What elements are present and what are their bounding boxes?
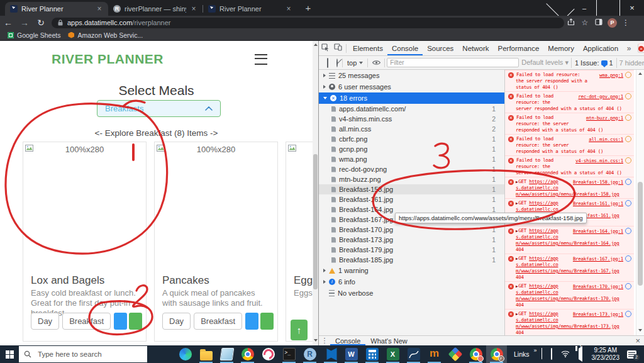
console-file-row[interactable]: Breakfast-170.jpg 1 [319, 225, 504, 235]
expander-icon[interactable]: ▶ [516, 256, 518, 260]
console-file-row[interactable]: Breakfast-179.jpg 1 [319, 245, 504, 255]
glass-app-icon[interactable] [216, 345, 237, 363]
expander-icon[interactable]: ▶ [516, 179, 518, 184]
scrollbar-thumb[interactable] [313, 154, 318, 289]
console-error-entry[interactable]: Breakfast-158.jpg:1 ▶GET https://app s.d… [505, 177, 634, 198]
source-link[interactable]: Breakfast-173.jpg:1 [573, 311, 623, 317]
error-count-badge[interactable]: 18 [638, 43, 644, 53]
forward-button[interactable]: → [16, 18, 33, 28]
rstudio-icon[interactable] [299, 345, 320, 363]
console-file-row[interactable]: Breakfast-158.jpg 1 [319, 184, 504, 194]
volume-icon[interactable] [579, 349, 582, 360]
page-scrollbar[interactable] [313, 41, 318, 345]
devtools-tab[interactable]: Performance [494, 41, 544, 55]
drawer-menu-icon[interactable]: ⋮ [319, 337, 330, 345]
browser-tab-rstudio[interactable]: riverPlanner — shiny-server - RSt × [108, 2, 203, 16]
issue-icon[interactable] [625, 228, 631, 234]
console-file-row[interactable]: mtn-buzz.png 1 [319, 174, 504, 184]
tab-close-icon[interactable]: × [285, 5, 292, 13]
console-file-row[interactable]: v4-shims.min.css 2 [319, 114, 504, 124]
source-link[interactable]: mtn-buzz.png:1 [586, 115, 623, 121]
log-levels-selector[interactable]: Default levels ▾ [519, 59, 571, 67]
devtools-tab[interactable]: Sources [423, 41, 458, 55]
day-button[interactable]: Day [162, 313, 191, 330]
links-toolbar[interactable]: Links [514, 350, 537, 358]
issue-icon[interactable] [625, 157, 631, 164]
console-error-entry[interactable]: all.min.css:1 Failed to load resource: t… [505, 134, 634, 155]
touch-keyboard-icon[interactable] [551, 349, 552, 360]
issues-link[interactable]: 1 Issue: 1 [571, 58, 617, 68]
add-meal-button[interactable] [114, 313, 127, 330]
expander-icon[interactable]: ▶ [516, 201, 518, 205]
paint-app-icon[interactable] [258, 345, 279, 363]
reload-button[interactable]: ↻ [33, 18, 49, 28]
terminal-icon[interactable] [279, 345, 299, 363]
calculator-icon[interactable] [362, 345, 382, 363]
bookmark-star-icon[interactable]: ☆ [578, 18, 592, 27]
wifi-icon[interactable] [561, 349, 570, 360]
console-file-row[interactable]: cbrfc.png 1 [319, 134, 504, 144]
scrollbar-up-arrow[interactable] [314, 43, 318, 46]
console-file-row[interactable]: apps.datatimellc.com/ 1 [319, 104, 504, 114]
console-error-entry[interactable]: Breakfast-164.jpg:1 ▶GET https://app s.d… [505, 226, 634, 254]
close-window-button[interactable]: × [620, 0, 644, 16]
pinwheel-app-icon[interactable] [445, 345, 465, 363]
console-file-row[interactable]: Breakfast-185.jpg 1 [319, 255, 504, 265]
source-link[interactable]: Breakfast-161.jpg:1 [573, 201, 623, 206]
chrome-icon[interactable] [237, 345, 258, 363]
maximize-button[interactable] [596, 0, 620, 16]
scrollbar-down-arrow[interactable] [638, 329, 642, 332]
console-error-entry[interactable]: mtn-buzz.png:1 Failed to load resource: … [505, 113, 634, 134]
add-meal-button[interactable] [245, 313, 258, 330]
profile-avatar[interactable]: P [608, 18, 617, 28]
console-group-row[interactable]: 25 messages [319, 70, 504, 81]
devtools-tab[interactable]: Console [387, 41, 423, 55]
expander-icon[interactable] [323, 269, 326, 272]
issue-icon[interactable] [625, 283, 631, 289]
vscode-icon[interactable] [320, 345, 341, 363]
console-file-row[interactable]: rec-dot-gov.png 1 [319, 164, 504, 174]
issue-icon[interactable] [625, 114, 631, 121]
browser-menu-icon[interactable]: ⋮ [619, 18, 633, 27]
day-button[interactable]: Day [31, 313, 59, 330]
devtools-tab[interactable]: Application [579, 41, 623, 55]
console-file-row[interactable]: Breakfast-161.jpg 1 [319, 194, 504, 204]
meal-type-dropdown[interactable]: Breakfasts [97, 100, 221, 117]
console-file-row[interactable]: gcnp.png 1 [319, 144, 504, 154]
source-link[interactable]: wma.png:1 [599, 72, 623, 78]
console-error-entry[interactable]: Breakfast-170.jpg:1 ▶GET https://app s.d… [505, 281, 634, 309]
more-tabs-icon[interactable]: » [623, 44, 635, 53]
expander-icon[interactable] [323, 97, 327, 99]
drawer-tab[interactable]: Console [330, 336, 365, 345]
issue-icon[interactable] [625, 72, 631, 78]
breakfast-button[interactable]: Breakfast [194, 313, 242, 330]
scrollbar-down-arrow[interactable] [314, 339, 318, 342]
back-button[interactable]: ← [0, 18, 16, 28]
browser-tab-river-planner-1[interactable]: River Planner × [5, 2, 108, 16]
console-scrollbar[interactable] [636, 70, 644, 335]
expander-icon[interactable] [323, 74, 326, 77]
m-app-icon[interactable] [424, 345, 445, 363]
console-file-row[interactable]: Breakfast-173.jpg 1 [319, 235, 504, 245]
expander-icon[interactable]: ▶ [516, 284, 518, 288]
bookmark-google-sheets[interactable]: Google Sheets [8, 31, 60, 39]
taskbar-clock[interactable]: 9:25 AM 3/23/2023 [592, 347, 620, 362]
expander-icon[interactable] [323, 85, 326, 89]
source-link[interactable]: v4-shims.min.css:1 [575, 158, 623, 164]
tab-close-icon[interactable]: × [96, 5, 103, 13]
breakfast-button[interactable]: Breakfast [62, 313, 111, 330]
devtools-tab[interactable]: Memory [543, 41, 579, 55]
issue-icon[interactable] [625, 255, 631, 262]
drawer-close-icon[interactable]: × [635, 336, 640, 345]
clear-console-icon[interactable] [334, 59, 340, 67]
console-group-row[interactable]: 6 info [319, 276, 504, 288]
tab-close-icon[interactable]: × [190, 5, 197, 13]
expander-icon[interactable] [323, 280, 326, 284]
console-file-row[interactable]: wma.png 1 [319, 154, 504, 164]
confirm-meal-button[interactable] [129, 313, 142, 330]
taskbar-search[interactable] [19, 346, 147, 362]
drawer-tab[interactable]: What's New [365, 336, 412, 345]
show-hidden-icons-chevron[interactable] [541, 349, 542, 360]
start-button[interactable] [0, 345, 19, 363]
tab-search-icon[interactable] [548, 0, 572, 16]
